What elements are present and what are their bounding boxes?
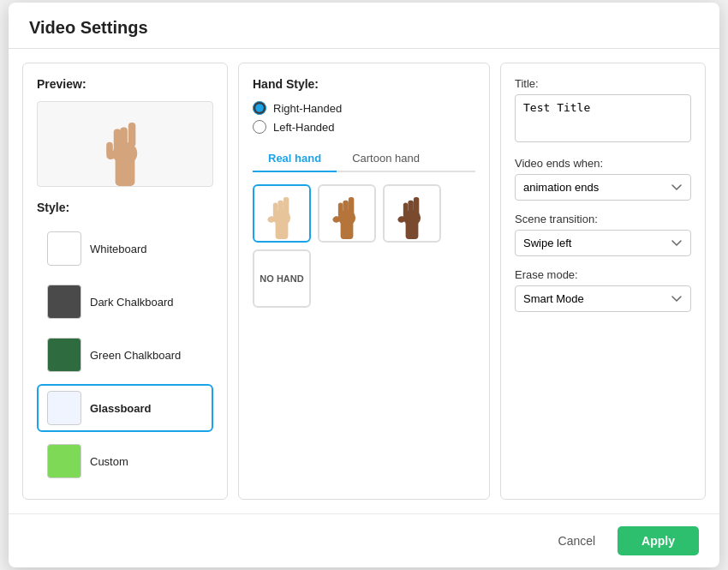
dialog-footer: Cancel Apply <box>9 513 719 567</box>
hand-option-0[interactable] <box>253 184 311 243</box>
hand-tabs: Real handCartoon hand <box>253 146 475 172</box>
style-item-custom[interactable]: Custom <box>37 437 213 485</box>
hand-option-2[interactable] <box>383 184 441 243</box>
svg-rect-17 <box>338 203 343 218</box>
style-name-4: Custom <box>90 455 128 468</box>
style-item-glassboard[interactable]: Glassboard <box>37 384 213 432</box>
hand-option-1[interactable] <box>318 184 376 243</box>
style-swatch-0 <box>47 231 81 266</box>
hand-options: NO HAND <box>253 184 475 308</box>
style-swatch-4 <box>47 444 81 478</box>
dialog-title: Video Settings <box>29 18 699 38</box>
style-item-green-chalkboard[interactable]: Green Chalkboard <box>37 331 213 379</box>
style-item-whiteboard[interactable]: Whiteboard <box>37 225 213 273</box>
svg-rect-4 <box>114 129 122 153</box>
scene-transition-label: Scene transition: <box>515 213 691 225</box>
radio-input-left[interactable] <box>253 120 266 134</box>
video-ends-select[interactable]: animation endsvideo endsmanually <box>515 174 691 201</box>
cancel-button[interactable]: Cancel <box>546 527 608 555</box>
svg-rect-2 <box>120 128 128 153</box>
title-input[interactable] <box>515 94 691 142</box>
video-ends-group: Video ends when: animation endsvideo end… <box>515 157 691 201</box>
style-list: WhiteboardDark ChalkboardGreen Chalkboar… <box>37 225 213 485</box>
style-label: Style: <box>37 201 213 214</box>
hand-option-no-hand[interactable]: NO HAND <box>253 249 311 308</box>
radio-right[interactable]: Right-Handed <box>253 101 475 115</box>
title-field-group: Title: <box>515 77 691 145</box>
hand-tab-cartoon[interactable]: Cartoon hand <box>337 146 435 172</box>
svg-rect-15 <box>343 201 348 218</box>
radio-left[interactable]: Left-Handed <box>253 120 475 134</box>
scene-transition-select[interactable]: Swipe leftSwipe rightFadeNone <box>515 230 691 256</box>
radio-label-right: Right-Handed <box>273 102 342 115</box>
radio-label-left: Left-Handed <box>273 121 335 134</box>
video-ends-label: Video ends when: <box>515 157 691 170</box>
erase-mode-group: Erase mode: Smart ModeErase AllNone <box>515 268 691 312</box>
svg-rect-10 <box>283 197 289 216</box>
style-item-dark-chalkboard[interactable]: Dark Chalkboard <box>37 278 213 326</box>
dialog-body: Preview: <box>9 49 719 513</box>
svg-rect-11 <box>273 203 278 218</box>
svg-rect-9 <box>277 201 283 218</box>
title-label: Title: <box>515 77 691 90</box>
style-swatch-2 <box>47 338 81 372</box>
dialog-header: Video Settings <box>9 3 719 49</box>
preview-panel: Preview: <box>22 63 228 500</box>
erase-mode-select[interactable]: Smart ModeErase AllNone <box>515 285 691 312</box>
svg-rect-23 <box>403 203 409 218</box>
apply-button[interactable]: Apply <box>618 526 699 555</box>
settings-panel: Title: Video ends when: animation endsvi… <box>500 63 706 500</box>
scene-transition-group: Scene transition: Swipe leftSwipe rightF… <box>515 213 691 256</box>
svg-rect-21 <box>408 201 413 218</box>
hand-tab-real[interactable]: Real hand <box>253 146 337 172</box>
style-name-3: Glassboard <box>90 402 152 415</box>
style-name-2: Green Chalkboard <box>90 349 181 362</box>
hand-preview-image <box>99 105 151 186</box>
svg-rect-3 <box>128 123 136 147</box>
style-name-0: Whiteboard <box>90 243 146 255</box>
hand-style-panel: Hand Style: Right-HandedLeft-Handed Real… <box>238 63 490 500</box>
svg-rect-6 <box>106 142 113 157</box>
handedness-group: Right-HandedLeft-Handed <box>253 101 475 134</box>
style-name-1: Dark Chalkboard <box>90 296 174 309</box>
svg-rect-16 <box>349 197 354 216</box>
radio-input-right[interactable] <box>253 101 266 115</box>
style-swatch-1 <box>47 285 81 319</box>
video-settings-dialog: Video Settings Preview: <box>9 3 719 567</box>
erase-mode-label: Erase mode: <box>515 268 691 281</box>
hand-style-label: Hand Style: <box>253 77 475 91</box>
svg-rect-22 <box>414 197 419 216</box>
preview-label: Preview: <box>37 77 213 91</box>
preview-image-box <box>37 101 213 187</box>
style-swatch-3 <box>47 391 81 425</box>
